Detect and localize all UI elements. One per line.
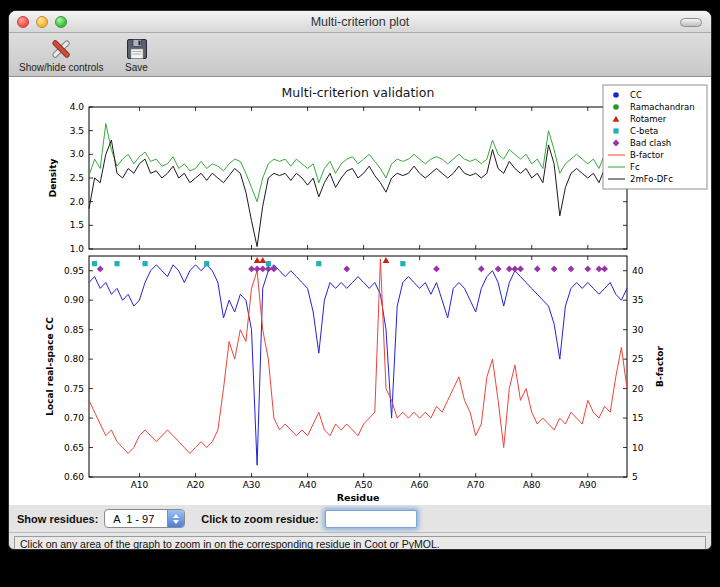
close-button[interactable] xyxy=(17,16,29,28)
svg-text:3.0: 3.0 xyxy=(70,149,85,159)
svg-text:C-beta: C-beta xyxy=(630,126,658,136)
show-hide-controls-label: Show/hide controls xyxy=(19,62,104,73)
maximize-button[interactable] xyxy=(55,16,67,28)
svg-text:35: 35 xyxy=(632,295,643,305)
svg-text:0.75: 0.75 xyxy=(64,384,84,394)
title-bar[interactable]: Multi-criterion plot xyxy=(9,11,711,33)
svg-text:Residue: Residue xyxy=(337,492,380,503)
show-residues-label: Show residues: xyxy=(17,513,98,525)
svg-text:Local real-space CC: Local real-space CC xyxy=(45,317,55,416)
window-controls xyxy=(17,16,67,28)
svg-text:10: 10 xyxy=(632,443,644,453)
svg-text:B-factor: B-factor xyxy=(655,346,665,387)
tools-icon xyxy=(48,36,74,62)
svg-text:4.0: 4.0 xyxy=(70,102,85,112)
status-text: Click on any area of the graph to zoom i… xyxy=(20,538,440,550)
multi-criterion-chart[interactable]: Multi-criterion validation1.01.52.02.53.… xyxy=(9,77,712,505)
svg-text:A20: A20 xyxy=(187,480,205,490)
svg-text:Fc: Fc xyxy=(630,162,640,172)
svg-text:A90: A90 xyxy=(579,480,597,490)
svg-text:25: 25 xyxy=(632,354,643,364)
show-hide-controls-button[interactable]: Show/hide controls xyxy=(15,35,108,74)
svg-text:15: 15 xyxy=(632,413,643,423)
svg-text:1.5: 1.5 xyxy=(70,220,84,230)
svg-text:Ramachandran: Ramachandran xyxy=(630,102,695,112)
svg-text:Rotamer: Rotamer xyxy=(630,114,667,124)
svg-text:1.0: 1.0 xyxy=(70,244,85,254)
zoom-residue-input[interactable] xyxy=(325,510,417,528)
svg-text:0.95: 0.95 xyxy=(64,266,84,276)
svg-text:0.70: 0.70 xyxy=(64,413,84,423)
stepper-icon xyxy=(167,510,184,527)
svg-text:A60: A60 xyxy=(411,480,429,490)
window-title: Multi-criterion plot xyxy=(311,15,410,29)
svg-text:30: 30 xyxy=(632,325,644,335)
svg-text:Density: Density xyxy=(48,159,58,198)
svg-text:B-factor: B-factor xyxy=(630,150,664,160)
svg-text:20: 20 xyxy=(632,384,644,394)
svg-text:A10: A10 xyxy=(131,480,149,490)
svg-text:2mFo-DFc: 2mFo-DFc xyxy=(630,174,673,184)
save-icon xyxy=(124,36,150,62)
status-bar: Click on any area of the graph to zoom i… xyxy=(9,533,711,550)
svg-text:2.5: 2.5 xyxy=(70,173,84,183)
svg-text:0.80: 0.80 xyxy=(64,354,84,364)
svg-text:A30: A30 xyxy=(243,480,261,490)
svg-text:0.65: 0.65 xyxy=(64,443,84,453)
app-window: Multi-criterion plot Show/hide controls xyxy=(8,10,712,550)
save-label: Save xyxy=(125,62,148,73)
svg-text:5: 5 xyxy=(632,472,638,482)
controls-bar: Show residues: A 1 - 97 Click to zoom re… xyxy=(9,505,711,533)
save-button[interactable]: Save xyxy=(120,35,154,74)
svg-text:A80: A80 xyxy=(523,480,541,490)
svg-text:3.5: 3.5 xyxy=(70,126,84,136)
svg-text:0.85: 0.85 xyxy=(64,325,84,335)
svg-text:Multi-criterion validation: Multi-criterion validation xyxy=(282,85,435,100)
svg-text:0.90: 0.90 xyxy=(64,295,84,305)
zoom-residue-label: Click to zoom residue: xyxy=(201,513,318,525)
svg-text:A70: A70 xyxy=(467,480,485,490)
residue-range-select[interactable]: A 1 - 97 xyxy=(104,509,185,528)
toolbar-toggle-button[interactable] xyxy=(680,18,702,27)
svg-text:2.0: 2.0 xyxy=(70,197,85,207)
residue-range-value: A 1 - 97 xyxy=(105,510,167,527)
svg-text:A40: A40 xyxy=(299,480,317,490)
svg-text:40: 40 xyxy=(632,266,644,276)
svg-text:A50: A50 xyxy=(355,480,373,490)
svg-text:CC: CC xyxy=(630,90,642,100)
chart-canvas[interactable]: Multi-criterion validation1.01.52.02.53.… xyxy=(9,77,711,505)
minimize-button[interactable] xyxy=(36,16,48,28)
svg-text:0.60: 0.60 xyxy=(64,472,84,482)
toolbar: Show/hide controls Save xyxy=(9,33,711,77)
svg-text:Bad clash: Bad clash xyxy=(630,138,671,148)
